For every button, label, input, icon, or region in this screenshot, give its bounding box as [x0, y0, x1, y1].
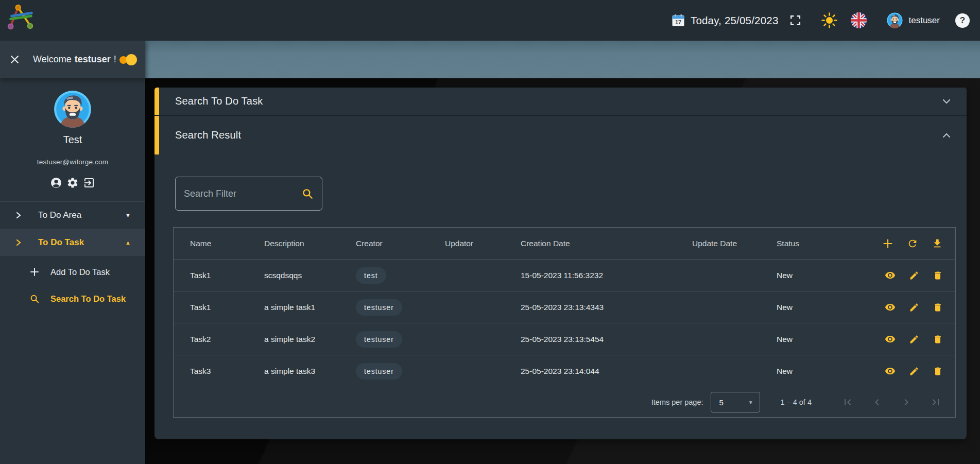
last-page-button[interactable] [930, 396, 942, 408]
column-header-updator: Updator [445, 239, 521, 248]
nav-label: To Do Task [38, 237, 84, 248]
topbar-username: testuser [909, 15, 940, 26]
app-logo [5, 2, 37, 32]
first-page-button[interactable] [841, 396, 854, 408]
sidebar-item-todo-task[interactable]: To Do Task ▲ [0, 229, 145, 256]
pencil-icon [909, 270, 919, 281]
logout-icon [83, 177, 95, 189]
search-icon[interactable] [301, 187, 314, 200]
settings-button[interactable] [66, 177, 79, 189]
trash-icon [933, 270, 943, 281]
app-root: 17 Today, 25/05/2023 [0, 0, 980, 464]
delete-task-button[interactable] [933, 334, 943, 345]
results-table: Name Description Creator Updator Creatio… [173, 227, 956, 418]
paginator: Items per page: 5 ▼ 1 – 4 of 4 [174, 387, 955, 417]
avatar-image [54, 90, 92, 128]
column-header-creation-date: Creation Date [521, 239, 692, 248]
edit-task-button[interactable] [909, 302, 919, 313]
pager-controls [841, 396, 942, 408]
subnav-label: Search To Do Task [50, 294, 126, 304]
theme-toggle-button[interactable] [821, 12, 837, 28]
row-actions [864, 366, 943, 376]
cell-creation-date: 25-05-2023 23:14:044 [521, 367, 692, 376]
refresh-button[interactable] [907, 238, 918, 249]
eye-icon [885, 334, 896, 345]
cell-creation-date: 25-05-2023 23:13:5454 [521, 335, 692, 344]
help-button[interactable]: ? [955, 13, 970, 28]
chevron-right-icon [15, 212, 22, 219]
delete-task-button[interactable] [933, 270, 943, 281]
download-icon [932, 238, 943, 249]
calendar-day: 17 [675, 19, 681, 25]
creator-chip: testuser [356, 299, 402, 316]
table-row: Task3 a simple task3 testuser 25-05-2023… [174, 355, 955, 387]
view-task-button[interactable] [885, 302, 896, 313]
cell-name: Task3 [190, 367, 264, 376]
next-page-button[interactable] [900, 396, 913, 408]
table-row: Task1 a simple task1 testuser 25-05-2023… [174, 291, 955, 323]
view-task-button[interactable] [885, 334, 896, 345]
user-avatar[interactable] [887, 12, 903, 28]
delete-task-button[interactable] [933, 302, 943, 313]
theme-switch[interactable] [118, 54, 138, 66]
cell-creator: testuser [356, 331, 445, 348]
cell-name: Task1 [190, 303, 264, 312]
page-range-label: 1 – 4 of 4 [781, 398, 812, 406]
view-task-button[interactable] [885, 366, 896, 376]
search-panel-header[interactable]: Search To Do Task [154, 88, 967, 115]
column-header-status: Status [777, 239, 864, 248]
page-size-select[interactable]: 5 ▼ [711, 392, 760, 413]
pencil-icon [909, 302, 919, 313]
result-panel-header[interactable]: Search Result [154, 115, 967, 154]
cell-creation-date: 15-05-2023 11:56:3232 [521, 271, 692, 280]
profile-name: Test [0, 134, 145, 146]
sidebar-item-add-todo-task[interactable]: Add To Do Task [0, 259, 145, 285]
dropdown-up-icon: ▲ [125, 239, 131, 246]
refresh-icon [907, 238, 918, 249]
edit-task-button[interactable] [909, 334, 919, 345]
logout-button[interactable] [83, 177, 95, 189]
profile-avatar [54, 90, 92, 128]
subnav-label: Add To Do Task [50, 267, 110, 277]
sidebar-nav: To Do Area ▼ To Do Task ▲ Add To Do Task [0, 202, 145, 312]
edit-task-button[interactable] [909, 270, 919, 281]
calendar-icon: 17 [672, 14, 685, 27]
edit-task-button[interactable] [909, 366, 919, 376]
row-actions [864, 302, 943, 313]
search-icon [29, 294, 40, 304]
plus-icon [29, 267, 40, 277]
previous-page-button[interactable] [871, 396, 883, 408]
topbar-right-cluster: 17 Today, 25/05/2023 [672, 0, 980, 41]
fullscreen-button[interactable] [789, 14, 802, 27]
sidebar-item-todo-area[interactable]: To Do Area ▼ [0, 202, 145, 229]
column-header-name: Name [190, 239, 264, 248]
export-button[interactable] [932, 238, 943, 249]
sidebar-close-button[interactable] [9, 54, 20, 65]
add-task-button[interactable] [882, 238, 893, 249]
cell-description: a simple task1 [264, 303, 356, 312]
profile-actions [0, 177, 145, 189]
content-header-band [145, 41, 980, 78]
gear-icon [66, 177, 79, 189]
cell-creation-date: 25-05-2023 23:13:4343 [521, 303, 692, 312]
delete-task-button[interactable] [933, 366, 943, 376]
cell-creator: test [356, 267, 445, 284]
account-button[interactable] [50, 177, 62, 189]
fullscreen-icon [789, 14, 802, 27]
first-page-icon [841, 396, 854, 408]
cell-status: New [777, 367, 864, 376]
table-header-row: Name Description Creator Updator Creatio… [174, 228, 955, 260]
main-content: Search To Do Task Search Result [145, 41, 980, 464]
search-filter-input[interactable] [184, 188, 301, 199]
plus-icon [882, 238, 893, 249]
cell-description: scsqdsqqs [264, 271, 356, 280]
eye-icon [885, 302, 896, 313]
row-actions [864, 270, 943, 281]
sidebar-item-search-todo-task[interactable]: Search To Do Task [0, 285, 145, 312]
view-task-button[interactable] [885, 270, 896, 281]
language-button[interactable] [851, 12, 867, 28]
accordion: Search To Do Task Search Result [154, 88, 967, 439]
date-label: Today, 25/05/2023 [691, 14, 779, 27]
table-row: Task1 scsqdsqqs test 15-05-2023 11:56:32… [174, 260, 955, 291]
chevron-down-icon [940, 95, 953, 108]
